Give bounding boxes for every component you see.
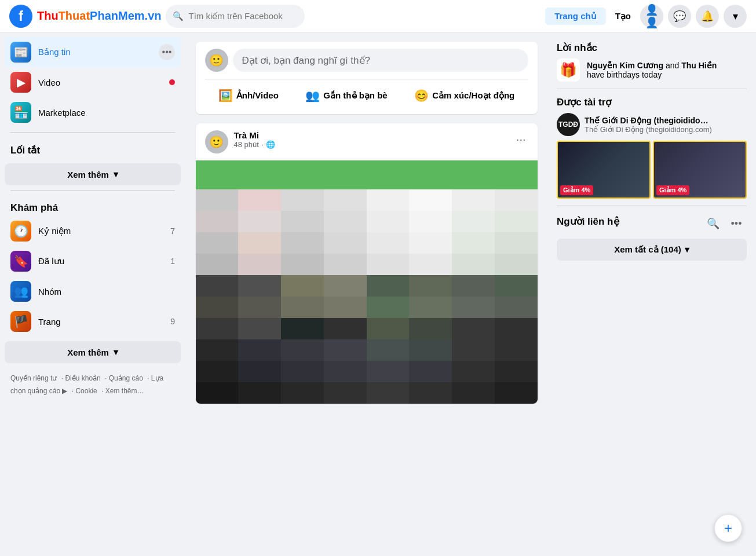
- video-notification-badge: [169, 79, 175, 85]
- tag-friends-button[interactable]: 👥 Gắn thẻ bạn bè: [296, 84, 396, 107]
- post-author: Trà Mi: [234, 130, 508, 140]
- search-contacts-icon: 🔍: [707, 217, 720, 230]
- main-feed: 🙂 Đạt ơi, bạn đang nghĩ gì thế? 🖼️ Ảnh/V…: [185, 32, 547, 556]
- page-layout: 📰 Bảng tin ••• ▶ Video 🏪 Marketplace Lối…: [0, 0, 756, 556]
- contacts-actions: 🔍 •••: [703, 213, 747, 234]
- right-sidebar: Lời nhắc 🎁 Nguyễn Kim Cương and Thu Hiền…: [547, 32, 756, 556]
- contacts-header: Người liên hệ 🔍 •••: [557, 213, 747, 234]
- loi-tat-title: Lối tắt: [5, 137, 181, 159]
- top-navigation: f ThuThuatPhanMem.vn 🔍 Trang chủ Tạo 👤👤 …: [0, 0, 756, 32]
- birthday-text: Nguyễn Kim Cương and Thu Hiền have birth…: [587, 61, 717, 79]
- see-more-explore-button[interactable]: Xem thêm ▾: [5, 341, 181, 363]
- see-all-contacts-label: Xem tất cả (104): [614, 244, 681, 255]
- privacy-icon: 🌐: [266, 140, 275, 149]
- chevron-down-icon-contacts: ▾: [685, 244, 689, 255]
- footer-ads-link[interactable]: Quảng cáo: [109, 374, 143, 382]
- sidebar-item-memories[interactable]: 🕐 Kỷ niệm 7: [5, 216, 181, 246]
- chevron-down-icon-explore: ▾: [114, 347, 118, 357]
- left-sidebar: 📰 Bảng tin ••• ▶ Video 🏪 Marketplace Lối…: [0, 32, 185, 556]
- rs-divider-1: [557, 89, 747, 89]
- facebook-logo: f: [9, 5, 32, 28]
- saved-count: 1: [170, 257, 175, 266]
- footer-more-link[interactable]: Xem thêm…: [105, 387, 144, 395]
- footer-privacy-link[interactable]: Quyền riêng tư: [10, 374, 57, 382]
- search-input[interactable]: [188, 11, 298, 21]
- search-icon: 🔍: [173, 11, 184, 21]
- sponsor-info: Thế Giới Di Động (thegioidido… Thế Giới …: [585, 116, 712, 134]
- kham-pha-title: Khám phá: [5, 195, 181, 216]
- post-header: 🙂 Trà Mi 48 phút · 🌐 ···: [196, 123, 538, 160]
- post-composer: 🙂 Đạt ơi, bạn đang nghĩ gì thế? 🖼️ Ảnh/V…: [196, 42, 538, 114]
- fb-circle-icon: f: [9, 5, 32, 28]
- sponsor-image-1[interactable]: Giảm 4%: [557, 141, 651, 199]
- sidebar-item-pages[interactable]: 🏴 Trang 9: [5, 306, 181, 336]
- composer-placeholder: Đạt ơi, bạn đang nghĩ gì thế?: [242, 54, 370, 67]
- post-meta: Trà Mi 48 phút · 🌐: [234, 130, 508, 149]
- tag-icon: 👥: [305, 89, 320, 103]
- tag-friends-label: Gắn thẻ bạn bè: [323, 90, 387, 101]
- chevron-down-icon-shortcuts: ▾: [114, 169, 118, 180]
- sponsor-name: Thế Giới Di Động (thegioidido…: [585, 116, 712, 125]
- contacts-more-icon: •••: [731, 218, 742, 230]
- footer-cookie-link[interactable]: Cookie: [75, 387, 97, 395]
- tao-button[interactable]: Tạo: [611, 8, 636, 25]
- see-all-contacts-button[interactable]: Xem tất cả (104) ▾: [557, 239, 747, 261]
- post-image: [196, 160, 538, 404]
- sponsor-header: TGDĐ Thế Giới Di Động (thegioidido… Thế …: [557, 113, 747, 136]
- sidebar-divider-2: [10, 190, 175, 191]
- discount-badge-1: Giảm 4%: [560, 185, 593, 195]
- sidebar-item-video[interactable]: ▶ Video: [5, 67, 181, 97]
- chevron-down-button[interactable]: ▾: [724, 5, 747, 28]
- nav-right: Trang chủ Tạo 👤👤 💬 🔔 ▾: [545, 5, 747, 28]
- sponsor-sub: Thế Giới Di Động (thegioididong.com): [585, 125, 712, 134]
- sponsor-image-2[interactable]: Giảm 4%: [653, 141, 747, 199]
- composer-actions: 🖼️ Ảnh/Video 👥 Gắn thẻ bạn bè 😊 Cảm xúc/…: [205, 84, 528, 107]
- fab-icon: +: [724, 520, 732, 536]
- sidebar-item-memories-label: Kỷ niệm: [38, 226, 71, 236]
- see-more-explore-label: Xem thêm: [67, 348, 109, 357]
- groups-icon: 👥: [10, 281, 31, 302]
- composer-avatar: 🙂: [205, 49, 228, 72]
- sponsored-title: Được tài trợ: [557, 96, 747, 108]
- sidebar-item-video-label: Video: [38, 78, 60, 87]
- reminders-title: Lời nhắc: [557, 42, 747, 54]
- sponsor-item: TGDĐ Thế Giới Di Động (thegioidido… Thế …: [557, 113, 747, 199]
- sidebar-item-saved-label: Đã lưu: [38, 256, 64, 266]
- sidebar-item-groups[interactable]: 👥 Nhóm: [5, 276, 181, 306]
- sidebar-item-saved[interactable]: 🔖 Đã lưu 1: [5, 246, 181, 276]
- sponsor-logo: TGDĐ: [557, 113, 580, 136]
- photo-icon: 🖼️: [218, 89, 233, 103]
- see-more-shortcuts-button[interactable]: Xem thêm ▾: [5, 163, 181, 185]
- sponsor-logo-icon: TGDĐ: [558, 120, 578, 129]
- post-time-text: 48 phút: [234, 140, 259, 149]
- feeling-button[interactable]: 😊 Cảm xúc/Hoạt động: [405, 84, 524, 107]
- gift-icon: 🎁: [557, 58, 580, 82]
- messenger-icon: 💬: [673, 10, 686, 23]
- feeling-label: Cảm xúc/Hoạt động: [432, 90, 514, 101]
- bell-icon: 🔔: [701, 10, 714, 23]
- messenger-icon-button[interactable]: 💬: [668, 5, 691, 28]
- sidebar-item-news[interactable]: 📰 Bảng tin •••: [5, 37, 181, 67]
- contacts-search-button[interactable]: 🔍: [703, 213, 724, 234]
- photo-video-button[interactable]: 🖼️ Ảnh/Video: [209, 84, 288, 107]
- contacts-more-button[interactable]: •••: [726, 213, 747, 234]
- people-icon-button[interactable]: 👤👤: [640, 5, 663, 28]
- sponsor-images: Giảm 4% Giảm 4%: [557, 141, 747, 199]
- fab-button[interactable]: +: [714, 514, 742, 542]
- sidebar-item-pages-label: Trang: [38, 317, 61, 327]
- birthday-reminder: 🎁 Nguyễn Kim Cương and Thu Hiền have bir…: [557, 58, 747, 82]
- pages-count: 9: [170, 317, 175, 326]
- news-more-button[interactable]: •••: [159, 44, 175, 60]
- rs-divider-2: [557, 206, 747, 206]
- sidebar-item-marketplace[interactable]: 🏪 Marketplace: [5, 97, 181, 127]
- post-avatar: 🙂: [205, 130, 228, 153]
- see-more-shortcuts-label: Xem thêm: [67, 170, 109, 180]
- video-icon: ▶: [10, 72, 31, 93]
- search-bar[interactable]: 🔍: [166, 5, 305, 28]
- trang-chu-button[interactable]: Trang chủ: [545, 8, 606, 25]
- sidebar-item-marketplace-label: Marketplace: [38, 108, 86, 118]
- post-more-button[interactable]: ···: [514, 130, 528, 148]
- bell-icon-button[interactable]: 🔔: [696, 5, 719, 28]
- composer-input[interactable]: Đạt ơi, bạn đang nghĩ gì thế?: [233, 49, 528, 72]
- footer-terms-link[interactable]: Điều khoản: [65, 374, 100, 382]
